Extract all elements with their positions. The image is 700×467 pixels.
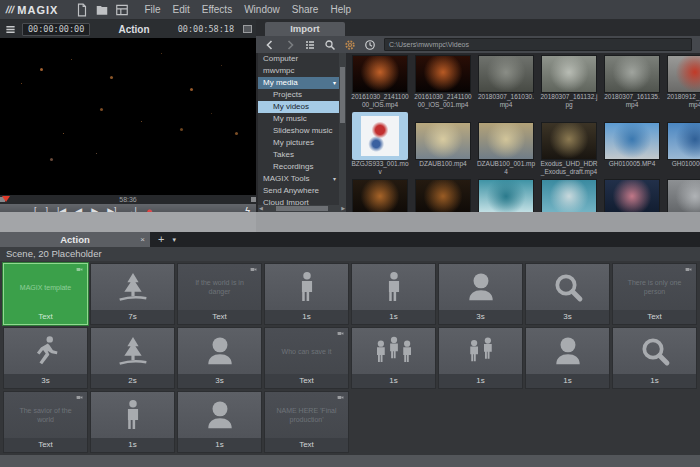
thumbnail-row: 20161030_214110000_iOS.mp420161030_21411… bbox=[350, 55, 700, 109]
media-thumbnail[interactable]: 20161030_214110000_iOS.mp4 bbox=[350, 55, 410, 109]
storyboard-tile-2[interactable]: 7s bbox=[90, 263, 175, 325]
tile-duration-label: Text bbox=[613, 310, 696, 324]
bust-icon bbox=[465, 271, 497, 303]
storyboard-tile-20[interactable]: NAME HERE 'Final production'Text bbox=[264, 391, 349, 453]
tree-horizontal-scrollbar[interactable]: ◀ ▶ bbox=[258, 205, 346, 212]
runner-icon bbox=[30, 335, 62, 367]
media-thumbnail[interactable]: Exodus_UHD_HDR_Exodus_draft.mp4 bbox=[539, 122, 599, 176]
menu-edit[interactable]: Edit bbox=[167, 4, 196, 15]
tree-item-my-videos[interactable]: My videos bbox=[258, 101, 346, 113]
media-thumbnail[interactable] bbox=[476, 179, 536, 212]
open-project-icon[interactable] bbox=[95, 3, 109, 17]
playhead-marker[interactable] bbox=[2, 196, 10, 202]
storyboard-tile-3[interactable]: If the world is in dangerText bbox=[177, 263, 262, 325]
media-thumbnail[interactable]: 20180307_161135.mp4 bbox=[602, 55, 662, 109]
tile-body bbox=[265, 264, 348, 310]
media-thumbnail[interactable] bbox=[665, 179, 700, 212]
forward-icon[interactable] bbox=[284, 39, 296, 51]
media-thumbnail[interactable]: BZGJS933_001.mov bbox=[350, 112, 410, 176]
tree-horizontal-scroll-thumb[interactable] bbox=[276, 206, 328, 211]
storyboard-tile-9[interactable]: 3s bbox=[3, 327, 88, 389]
tree-item-label: mwvmpc bbox=[263, 66, 295, 75]
magix-logo-mark: /// bbox=[5, 4, 16, 15]
gear-icon[interactable] bbox=[344, 39, 356, 51]
media-thumbnail[interactable]: DZAUB100_001.mp4 bbox=[476, 122, 536, 176]
storyboard-tile-7[interactable]: 3s bbox=[525, 263, 610, 325]
detach-icon[interactable] bbox=[243, 25, 252, 33]
storyboard-tile-15[interactable]: 1s bbox=[525, 327, 610, 389]
tab-list-caret-icon[interactable]: ▾ bbox=[172, 236, 176, 244]
storyboard-tile-4[interactable]: 1s bbox=[264, 263, 349, 325]
tree-item-computer[interactable]: Computer bbox=[258, 53, 346, 65]
media-thumbnail[interactable] bbox=[413, 179, 473, 212]
timecode-current[interactable]: 00:00:00:00 bbox=[22, 23, 90, 36]
storyboard-tile-6[interactable]: 3s bbox=[438, 263, 523, 325]
tree-item-my-pictures[interactable]: My pictures bbox=[258, 137, 346, 149]
tree-item-slideshow-music[interactable]: Slideshow music bbox=[258, 125, 346, 137]
menu-share[interactable]: Share bbox=[286, 4, 325, 15]
tree-item-projects[interactable]: Projects bbox=[258, 89, 346, 101]
storyboard-tile-16[interactable]: 1s bbox=[612, 327, 697, 389]
left-splitter-band[interactable] bbox=[0, 212, 256, 232]
media-thumbnail[interactable] bbox=[350, 179, 410, 212]
storyboard-tile-13[interactable]: 1s bbox=[351, 327, 436, 389]
hamburger-icon[interactable] bbox=[4, 24, 17, 35]
search-icon[interactable] bbox=[324, 39, 336, 51]
menu-help[interactable]: Help bbox=[324, 4, 357, 15]
storyboard-tile-8[interactable]: There is only one personText bbox=[612, 263, 697, 325]
list-icon[interactable] bbox=[304, 39, 316, 51]
storyboard-tile-18[interactable]: 1s bbox=[90, 391, 175, 453]
media-thumbnail[interactable]: GH010006.MP4 bbox=[665, 122, 700, 176]
storyboard-tile-1[interactable]: MAGIX templateText bbox=[3, 263, 88, 325]
chevron-down-icon[interactable]: ▾ bbox=[333, 173, 336, 185]
storyboard-tile-5[interactable]: 1s bbox=[351, 263, 436, 325]
media-thumbnail[interactable] bbox=[602, 179, 662, 212]
storyboard-tile-11[interactable]: 3s bbox=[177, 327, 262, 389]
media-thumbnail[interactable]: 20180307_161030.mp4 bbox=[476, 55, 536, 109]
clock-icon[interactable] bbox=[364, 39, 376, 51]
media-thumbnail[interactable]: 20161030_214110000_iOS_001.mp4 bbox=[413, 55, 473, 109]
tab-import[interactable]: Import bbox=[265, 22, 345, 36]
scroll-left-icon[interactable]: ◀ bbox=[259, 205, 263, 212]
storyboard-tile-17[interactable]: The savior of the worldText bbox=[3, 391, 88, 453]
add-tab-button[interactable]: + bbox=[158, 232, 164, 247]
chevron-down-icon[interactable]: ▾ bbox=[333, 77, 336, 89]
new-project-icon[interactable] bbox=[75, 3, 89, 17]
thumbnail-image bbox=[604, 122, 660, 160]
camera-icon bbox=[249, 266, 258, 273]
video-preview[interactable] bbox=[0, 38, 256, 195]
tree-item-magix-tools[interactable]: MAGIX Tools▾ bbox=[258, 173, 346, 185]
tree-item-my-music[interactable]: My music bbox=[258, 113, 346, 125]
group3-icon bbox=[374, 336, 414, 366]
close-tab-icon[interactable]: × bbox=[140, 235, 145, 244]
media-thumbnail[interactable]: GH010005.MP4 bbox=[602, 122, 662, 176]
tree-item-send-anywhere[interactable]: Send Anywhere bbox=[258, 185, 346, 197]
scroll-right-icon[interactable]: ▶ bbox=[341, 205, 345, 212]
thumbnail-image bbox=[478, 55, 534, 93]
tree-item-mwvmpc[interactable]: mwvmpc bbox=[258, 65, 346, 77]
media-thumbnail[interactable]: 20180912_103643.mp4 bbox=[665, 55, 700, 109]
menu-file[interactable]: File bbox=[138, 4, 166, 15]
menu-window[interactable]: Window bbox=[238, 4, 286, 15]
media-thumbnail[interactable]: DZAUB100.mp4 bbox=[413, 122, 473, 176]
tile-duration-label: 1s bbox=[439, 374, 522, 388]
storyboard-tile-12[interactable]: Who can save itText bbox=[264, 327, 349, 389]
tree-item-recordings[interactable]: Recordings bbox=[258, 161, 346, 173]
media-thumbnail[interactable] bbox=[539, 179, 599, 212]
menu-effects[interactable]: Effects bbox=[196, 4, 238, 15]
preview-scrubber[interactable]: 58:36 bbox=[0, 195, 256, 204]
media-thumbnail[interactable]: 20180307_161132.jpg bbox=[539, 55, 599, 109]
path-field[interactable]: C:\Users\mwvmpc\Videos bbox=[384, 38, 692, 51]
storyboard-tile-19[interactable]: 1s bbox=[177, 391, 262, 453]
right-splitter-band[interactable] bbox=[256, 212, 700, 232]
tree-item-takes[interactable]: Takes bbox=[258, 149, 346, 161]
tree-vertical-scrollbar[interactable] bbox=[339, 53, 346, 205]
storyboard-tile-10[interactable]: 2s bbox=[90, 327, 175, 389]
tab-action[interactable]: Action × bbox=[0, 232, 150, 247]
tree-vertical-scroll-thumb[interactable] bbox=[340, 67, 345, 123]
tree-item-my-media[interactable]: My media▾ bbox=[258, 77, 346, 89]
layout-icon[interactable] bbox=[115, 3, 129, 17]
storyboard-tile-14[interactable]: 1s bbox=[438, 327, 523, 389]
thumbnail-image bbox=[478, 122, 534, 160]
back-icon[interactable] bbox=[264, 39, 276, 51]
